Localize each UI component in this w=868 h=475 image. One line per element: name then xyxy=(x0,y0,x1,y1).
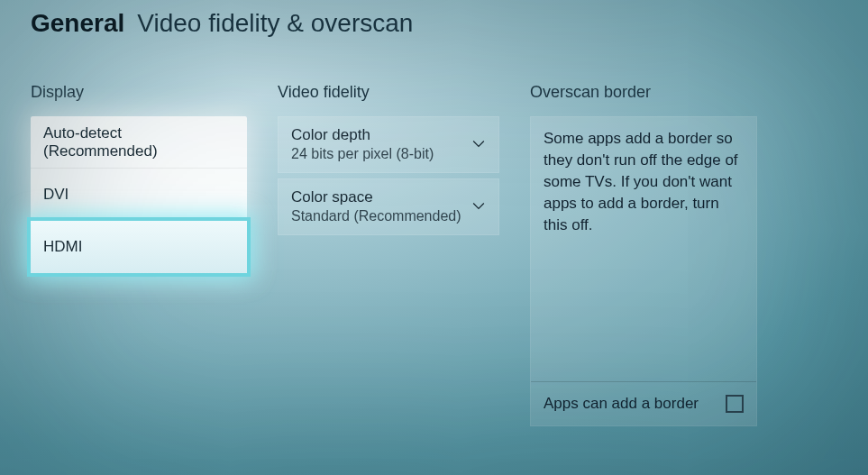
display-option-label: Auto-detect (Recommended) xyxy=(43,124,234,160)
color-depth-dropdown[interactable]: Color depth 24 bits per pixel (8-bit) xyxy=(278,116,499,173)
overscan-toggle-label: Apps can add a border xyxy=(544,395,699,413)
breadcrumb-general: General xyxy=(31,9,124,38)
video-fidelity-column: Video fidelity Color depth 24 bits per p… xyxy=(278,83,499,241)
overscan-column: Overscan border Some apps add a border s… xyxy=(530,83,757,426)
color-depth-label: Color depth xyxy=(291,125,486,145)
color-space-dropdown[interactable]: Color space Standard (Recommended) xyxy=(278,178,499,235)
display-option-hdmi[interactable]: HDMI xyxy=(27,217,251,277)
overscan-checkbox[interactable] xyxy=(726,395,744,413)
color-space-value: Standard (Recommended) xyxy=(291,207,486,225)
display-option-label: DVI xyxy=(43,186,69,204)
video-fidelity-section-label: Video fidelity xyxy=(278,83,499,102)
settings-columns: Display Auto-detect (Recommended) DVI HD… xyxy=(0,38,868,426)
page-title: Video fidelity & overscan xyxy=(137,9,413,38)
color-depth-value: 24 bits per pixel (8-bit) xyxy=(291,145,486,163)
display-option-list: Auto-detect (Recommended) DVI HDMI xyxy=(31,116,247,273)
chevron-down-icon xyxy=(470,196,488,215)
overscan-toggle-row[interactable]: Apps can add a border xyxy=(531,381,756,425)
header: General Video fidelity & overscan xyxy=(0,0,868,38)
chevron-down-icon xyxy=(470,134,488,152)
overscan-description: Some apps add a border so they don't run… xyxy=(531,117,756,381)
overscan-panel: Some apps add a border so they don't run… xyxy=(530,116,757,426)
display-option-label: HDMI xyxy=(43,238,82,256)
overscan-section-label: Overscan border xyxy=(530,83,757,102)
display-column: Display Auto-detect (Recommended) DVI HD… xyxy=(31,83,247,273)
color-space-label: Color space xyxy=(291,187,486,207)
display-option-dvi[interactable]: DVI xyxy=(31,169,247,221)
display-option-auto-detect[interactable]: Auto-detect (Recommended) xyxy=(31,116,247,169)
display-section-label: Display xyxy=(31,83,247,102)
